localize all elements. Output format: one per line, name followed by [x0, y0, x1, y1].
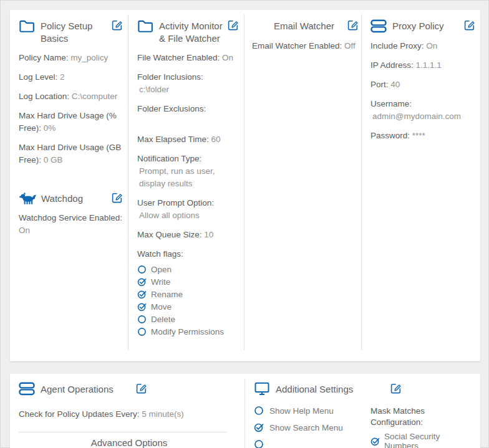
field-include-proxy: Include Proxy: On: [370, 40, 475, 52]
option-show-help-menu: Show Help Menu: [254, 406, 370, 416]
check-circle-icon: [137, 277, 147, 287]
policy-summary-card: Policy Setup Basics Policy Name: my_poli…: [10, 10, 480, 361]
folder-icon: [19, 19, 35, 33]
mask-matches-label: Mask Matches Configuration:: [370, 406, 475, 428]
column-additional-settings: Additional Settings Show Help Menu Show …: [245, 374, 480, 448]
stack-icon: [19, 381, 35, 396]
field-email-watcher-enabled: Email Watcher Enabled: Off: [252, 40, 359, 52]
section-title: Activity Monitor & File Watcher: [159, 19, 228, 45]
horizontal-divider: [19, 432, 227, 432]
policy-setup-header: Policy Setup Basics: [19, 19, 123, 45]
field-max-elapsed-time: Max Elapsed Time: 60: [137, 133, 239, 146]
column-email-watcher: Email Watcher Email Watcher Enabled: Off: [244, 10, 361, 361]
watch-flag-modify-permissions: Modify Permissions: [137, 327, 239, 336]
field-port: Port: 40: [370, 79, 475, 91]
field-notification-type: Notification Type:Prompt, run as user, d…: [137, 153, 239, 190]
edit-square-icon: [390, 383, 401, 394]
monitor-icon: [254, 381, 270, 396]
field-max-queue-size: Max Queue Size: 10: [137, 229, 239, 241]
field-ip-address: IP Address: 1.1.1.1: [370, 59, 475, 72]
mask-social-security-numbers: Social Security Numbers: [370, 432, 475, 448]
stack-icon: [370, 19, 387, 33]
edit-proxy-policy-button[interactable]: [464, 20, 475, 31]
column-policy-setup: Policy Setup Basics Policy Name: my_poli…: [10, 10, 128, 361]
field-max-hdd-gb: Max Hard Drive Usage (GB Free): 0 GB: [19, 141, 123, 166]
field-watchdog-enabled: Watchdog Service Enabled: On: [19, 212, 123, 237]
field-log-level: Log Level: 2: [19, 71, 123, 83]
field-policy-update-interval: Check for Policy Updates Every: 5 minute…: [19, 408, 240, 421]
column-agent-operations: Agent Operations Check for Policy Update…: [10, 374, 244, 448]
additional-settings-body: Show Help Menu Show Search Menu Mask Mat…: [254, 406, 475, 448]
check-circle-icon: [254, 422, 264, 432]
watchdog-header: Watchdog: [19, 191, 123, 205]
edit-square-icon: [228, 20, 238, 31]
activity-monitor-header: Activity Monitor & File Watcher: [137, 19, 239, 45]
circle-icon: [254, 439, 264, 448]
additional-settings-header: Additional Settings: [254, 381, 475, 396]
option-show-search-menu: Show Search Menu: [254, 422, 370, 432]
field-username: Username:admin@mydomain.com: [370, 98, 475, 123]
policy-summary-page: Policy Setup Basics Policy Name: my_poli…: [0, 0, 489, 448]
advanced-options-heading: Advanced Options: [19, 437, 240, 448]
edit-email-watcher-button[interactable]: [347, 20, 359, 31]
field-policy-name: Policy Name: my_policy: [19, 52, 123, 64]
field-watch-flags-label: Watch flags:: [137, 248, 239, 260]
watch-flags-list: Open Write Rename Move Delete Modify Per…: [137, 265, 239, 336]
check-circle-icon: [137, 290, 147, 299]
column-proxy-policy: Proxy Policy Include Proxy: On IP Addres…: [362, 10, 480, 361]
mask-matches-section: Mask Matches Configuration: Social Secur…: [370, 406, 475, 448]
email-watcher-header: Email Watcher: [252, 19, 359, 33]
field-log-location: Log Location: C:\computer: [19, 90, 123, 103]
circle-icon: [254, 406, 264, 416]
watch-flag-open: Open: [137, 265, 239, 274]
field-folder-exclusions: Folder Exclusions:: [137, 103, 239, 126]
section-title: Agent Operations: [41, 381, 114, 396]
edit-square-icon: [112, 193, 122, 203]
edit-activity-monitor-button[interactable]: [228, 20, 239, 31]
column-activity-monitor: Activity Monitor & File Watcher File Wat…: [128, 10, 244, 361]
section-title: Proxy Policy: [392, 19, 444, 32]
edit-square-icon: [136, 383, 147, 394]
circle-icon: [137, 265, 147, 274]
field-file-watcher-enabled: File Watcher Enabled: On: [137, 52, 239, 64]
proxy-policy-header: Proxy Policy: [370, 19, 475, 33]
circle-icon: [137, 327, 147, 336]
watchdog-section: Watchdog Watchdog Service Enabled: On: [19, 191, 123, 237]
field-max-hdd-percent: Max Hard Drive Usage (% Free): 0%: [19, 110, 123, 135]
section-title: Watchdog: [41, 191, 83, 205]
edit-agent-operations-button[interactable]: [136, 383, 147, 394]
edit-square-icon: [112, 20, 122, 31]
check-circle-icon: [370, 437, 380, 446]
field-folder-inclusions: Folder Inclusions:c:\folder: [137, 71, 239, 96]
dog-icon: [19, 191, 37, 204]
watch-flag-delete: Delete: [137, 315, 239, 324]
folder-icon: [137, 19, 153, 33]
edit-watchdog-button[interactable]: [112, 193, 123, 204]
field-password: Password: ****: [370, 130, 475, 142]
option-cutoff: [254, 439, 370, 448]
section-title: Policy Setup Basics: [41, 19, 110, 45]
field-user-prompt-option: User Prompt Option:Allow all options: [137, 197, 239, 222]
watch-flag-write: Write: [137, 277, 239, 287]
edit-additional-settings-button[interactable]: [390, 383, 402, 394]
agent-operations-header: Agent Operations: [19, 381, 240, 396]
watch-flag-move: Move: [137, 302, 239, 312]
operations-settings-card: Agent Operations Check for Policy Update…: [10, 374, 480, 448]
edit-policy-setup-button[interactable]: [112, 20, 123, 31]
circle-icon: [137, 315, 147, 324]
edit-square-icon: [464, 20, 475, 31]
section-title: Email Watcher: [274, 19, 334, 32]
watch-flag-rename: Rename: [137, 290, 239, 299]
edit-square-icon: [347, 20, 358, 31]
check-circle-icon: [137, 302, 147, 312]
section-title: Additional Settings: [276, 381, 353, 396]
menu-options-list: Show Help Menu Show Search Menu: [254, 406, 370, 448]
